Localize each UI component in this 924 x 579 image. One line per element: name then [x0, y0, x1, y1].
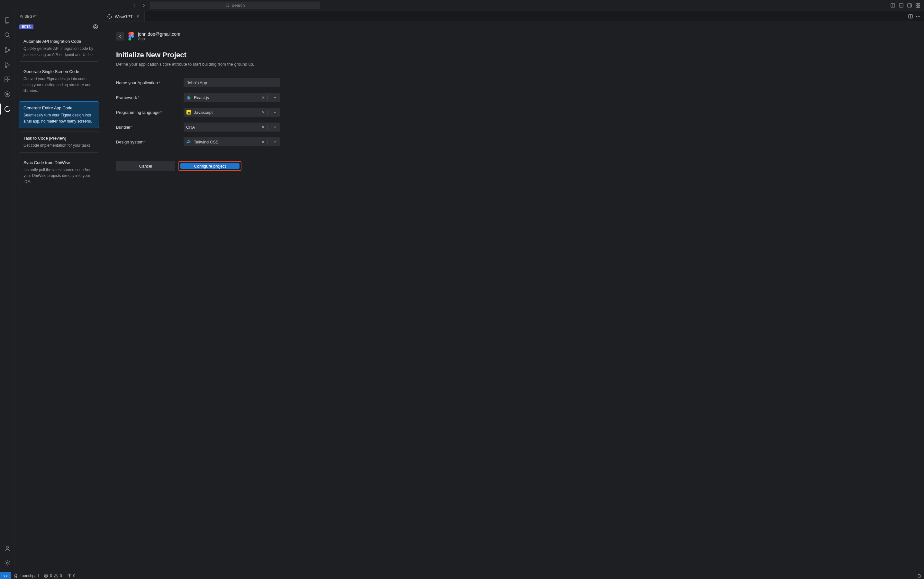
label-lang: Programming language*: [116, 110, 177, 115]
search-icon: [225, 3, 230, 8]
accounts-icon[interactable]: [0, 541, 15, 556]
layout-right-icon[interactable]: [906, 2, 913, 9]
status-errors[interactable]: 0 0: [41, 574, 64, 578]
sidebar-title: WISEGPT: [15, 11, 103, 22]
svg-rect-3: [908, 3, 911, 7]
card-desc: Seamlessly turn your Figma design into a…: [23, 112, 94, 124]
svg-point-18: [7, 93, 8, 95]
nav-forward-icon[interactable]: [140, 3, 147, 8]
sidebar-card-single-screen[interactable]: Generate Single Screen Code Convert your…: [19, 65, 99, 98]
card-desc: Quickly generate API integration code by…: [23, 46, 94, 57]
run-debug-icon[interactable]: [0, 57, 15, 72]
card-title: Generate Entire App Code: [23, 106, 94, 110]
explorer-icon[interactable]: [0, 13, 15, 28]
clear-icon[interactable]: ✕: [259, 125, 268, 130]
configure-project-button[interactable]: Configure project: [180, 163, 240, 169]
activity-bar: [0, 11, 15, 572]
label-bundler: Bundler*: [116, 125, 177, 130]
svg-rect-14: [5, 80, 7, 82]
sidebar-user-icon[interactable]: [93, 24, 98, 29]
status-launchpad[interactable]: Launchpad: [11, 574, 41, 578]
figma-logo-icon: [128, 32, 134, 41]
beta-badge: BETA: [19, 25, 33, 29]
react-icon: [186, 95, 191, 100]
tailwind-icon: [186, 139, 191, 144]
chevron-down-icon[interactable]: [270, 110, 278, 114]
chevron-down-icon[interactable]: [270, 140, 278, 144]
bundler-value: CRA: [186, 125, 256, 130]
wisegpt-activity-icon[interactable]: [0, 101, 15, 116]
layout-bottom-icon[interactable]: [898, 2, 905, 9]
lang-select[interactable]: JS Javascript ✕: [184, 108, 280, 117]
chevron-down-icon[interactable]: [270, 95, 278, 100]
layout-customize-icon[interactable]: [914, 2, 921, 9]
bundler-select[interactable]: CRA ✕: [184, 123, 280, 132]
svg-rect-15: [8, 80, 10, 82]
notifications-icon[interactable]: [914, 574, 924, 578]
sidebar-card-api[interactable]: Automate API Integration Code Quickly ge…: [19, 35, 99, 62]
svg-rect-1: [891, 3, 895, 7]
design-select[interactable]: Tailwind CSS ✕: [184, 137, 280, 146]
framework-select[interactable]: React.js ✕: [184, 93, 280, 102]
rocket-icon: [13, 574, 18, 578]
svg-rect-6: [916, 6, 917, 7]
label-framework: Framework*: [116, 95, 177, 100]
card-desc: Get code implementation for your tasks.: [23, 142, 94, 149]
card-title: Automate API Integration Code: [23, 39, 94, 44]
sidebar-card-sync[interactable]: Sync Code from DhiWise Instantly pull th…: [19, 156, 99, 189]
radio-tower-icon: [67, 574, 72, 578]
clear-icon[interactable]: ✕: [259, 95, 268, 100]
search-activity-icon[interactable]: [0, 28, 15, 43]
page-subtitle: Define your application's core attribute…: [116, 62, 911, 67]
clear-icon[interactable]: ✕: [259, 110, 268, 115]
close-icon[interactable]: ✕: [135, 14, 140, 19]
statusbar: Launchpad 0 0 0: [0, 572, 924, 579]
svg-rect-16: [8, 77, 10, 79]
chevron-down-icon[interactable]: [270, 125, 278, 129]
sidebar: WISEGPT BETA Automate API Integration Co…: [15, 11, 103, 572]
layout-left-icon[interactable]: [889, 2, 896, 9]
tabs-row: WiseGPT ✕: [103, 11, 924, 22]
titlebar: Search: [0, 0, 924, 11]
design-value: Tailwind CSS: [194, 140, 256, 144]
framework-value: React.js: [194, 95, 256, 100]
svg-rect-2: [899, 3, 903, 7]
error-icon: [44, 574, 48, 578]
search-placeholder: Search: [232, 3, 245, 8]
clear-icon[interactable]: ✕: [259, 140, 268, 144]
sidebar-card-entire-app[interactable]: Generate Entire App Code Seamlessly turn…: [19, 101, 99, 128]
sidebar-card-task-to-code[interactable]: Task to Code [Preview] Get code implemen…: [19, 132, 99, 153]
svg-rect-4: [916, 3, 917, 5]
status-ports[interactable]: 0: [65, 574, 78, 578]
svg-point-22: [95, 25, 96, 27]
app-name-input[interactable]: [184, 78, 280, 87]
editor-area: WiseGPT ✕: [103, 11, 924, 572]
svg-point-20: [7, 562, 8, 564]
svg-point-32: [69, 575, 70, 576]
page-title: Initialize New Project: [116, 51, 911, 59]
split-editor-icon[interactable]: [908, 14, 913, 19]
nav-back-icon[interactable]: [131, 3, 138, 8]
card-title: Task to Code [Preview]: [23, 136, 94, 141]
svg-rect-5: [918, 3, 920, 5]
remote-indicator-icon[interactable]: [0, 572, 11, 579]
back-button[interactable]: [116, 32, 124, 41]
extensions-icon[interactable]: [0, 72, 15, 87]
svg-point-26: [919, 16, 921, 17]
source-control-icon[interactable]: [0, 43, 15, 57]
cancel-button[interactable]: Cancel: [116, 161, 175, 171]
svg-rect-7: [918, 6, 920, 7]
settings-gear-icon[interactable]: [0, 556, 15, 571]
search-input[interactable]: Search: [150, 2, 320, 9]
svg-point-9: [5, 47, 6, 49]
svg-point-27: [188, 97, 189, 98]
more-actions-icon[interactable]: [916, 14, 921, 19]
tab-label: WiseGPT: [115, 14, 133, 19]
tab-wisegpt[interactable]: WiseGPT ✕: [103, 11, 145, 21]
record-icon[interactable]: [0, 87, 15, 101]
user-email-sub: App: [138, 37, 180, 41]
card-title: Generate Single Screen Code: [23, 69, 94, 74]
lang-value: Javascript: [194, 110, 256, 115]
configure-project-highlight: Configure project: [178, 161, 242, 171]
svg-rect-13: [5, 77, 7, 79]
